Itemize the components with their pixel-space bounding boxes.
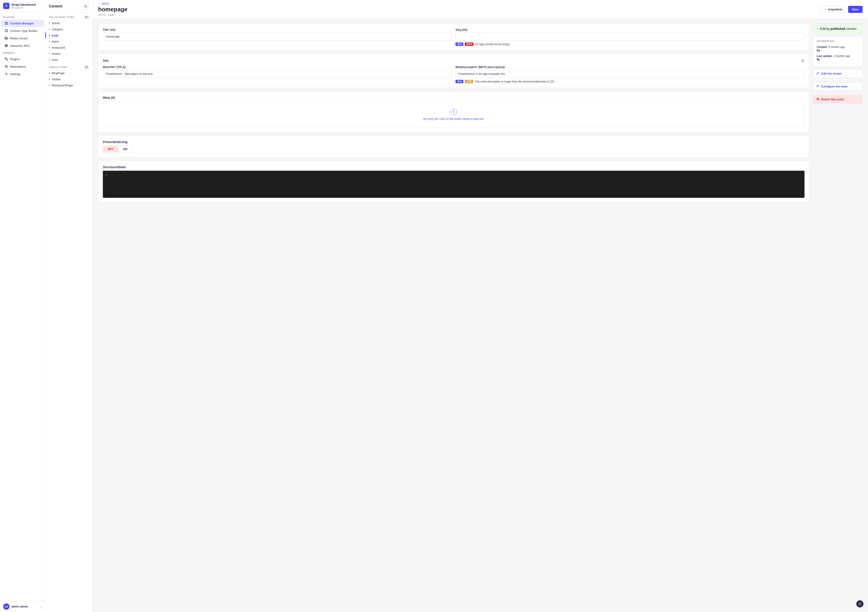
seo-badge-2: SEO	[456, 80, 463, 83]
svg-point-12	[6, 73, 7, 74]
sidebar-item-settings[interactable]: Settings	[2, 70, 43, 77]
avatar: AA	[3, 603, 9, 610]
dot-icon	[49, 41, 50, 42]
svg-rect-3	[6, 23, 8, 25]
meta-card: Meta (0) + No entry yet. Click on the bu…	[98, 91, 809, 132]
list-icon	[816, 85, 819, 88]
single-count-badge: 3	[84, 65, 89, 69]
meta-desc-warning-text: This meta description is longer than the…	[474, 80, 555, 83]
collection-count-badge: 7	[84, 15, 89, 19]
created-by-label: By	[817, 49, 820, 52]
nav-item-place[interactable]: place	[45, 39, 93, 45]
title-label: Title* (H2)	[103, 28, 452, 31]
sidebar-item-label: Content Manager	[10, 22, 34, 25]
nav-item-blogpage[interactable]: BlogPage	[45, 70, 93, 76]
dot-icon	[49, 35, 50, 36]
title-group: Title* (H2)	[103, 28, 452, 46]
status-dot-icon: ●	[817, 28, 818, 30]
low-badge: LOW	[465, 80, 473, 83]
slug-warning-row: SEO HIGH H2 tags should not be empty	[456, 42, 804, 46]
last-update-by-label: By	[817, 58, 820, 61]
puzzle-icon	[5, 29, 8, 33]
right-panel: ● Editing published version INFORMATION …	[813, 23, 863, 607]
sidebar-item-media-library[interactable]: Media Library	[2, 35, 43, 42]
nav-item-global[interactable]: Global	[45, 76, 93, 82]
dot-icon	[49, 85, 50, 86]
svg-point-13	[85, 5, 86, 7]
brand-name: Strapi Dashboard	[11, 3, 36, 6]
title-slug-card: Title* (H2) Slug (H2) SEO HIGH H2 tags s…	[98, 23, 809, 51]
dot-icon	[49, 53, 50, 54]
nav-item-restaurantpage[interactable]: RestaurantPage	[45, 82, 93, 88]
slug-label: Slug (H2)	[456, 28, 804, 31]
svg-rect-1	[6, 22, 8, 23]
delete-seo-button[interactable]: 🗑	[801, 59, 804, 62]
code-editor[interactable]: 1	[103, 171, 804, 198]
nav-item-review[interactable]: review	[45, 51, 93, 57]
meta-title-group: MetaTitle* (TITLE)	[103, 65, 452, 83]
title-input[interactable]	[103, 33, 452, 40]
collapse-sidebar-button[interactable]: ‹	[41, 604, 42, 609]
sidebar-item-content-type-builder[interactable]: Content-Type Builder	[2, 27, 43, 34]
slug-group: Slug (H2) SEO HIGH H2 tags should not be…	[456, 28, 804, 46]
empty-meta-text: No entry yet. Click on the button below …	[423, 117, 484, 121]
svg-rect-4	[5, 29, 8, 32]
single-types-label: SINGLE TYPES 3	[45, 63, 93, 70]
high-badge: HIGH	[465, 42, 474, 46]
back-link[interactable]: ← BACK	[98, 2, 127, 5]
slug-warning-text: H2 tags should not be empty	[475, 43, 510, 46]
unpublish-button[interactable]: ✓ Unpublish	[820, 6, 846, 13]
prevent-indexing-label: PreventIndexing	[103, 140, 804, 144]
layout-icon	[5, 22, 8, 25]
content-panel-title: Content	[49, 4, 62, 8]
meta-title-input[interactable]	[103, 70, 452, 77]
status-card: ● Editing published version	[813, 23, 863, 34]
toggle-on-button[interactable]: ON	[118, 146, 132, 153]
configure-view-button[interactable]: Configure the view	[813, 82, 863, 91]
nav-item-category[interactable]: category	[45, 26, 93, 33]
save-button[interactable]: Save	[848, 6, 863, 13]
shop-icon	[5, 65, 8, 68]
dot-icon	[49, 59, 50, 60]
created-row: Created 5 months ago By	[817, 45, 859, 52]
brand-text: Strapi Dashboard Workplace	[11, 3, 36, 9]
sidebar-item-label: Media Library	[10, 37, 28, 40]
delete-entry-button[interactable]: Delete this entry	[813, 95, 863, 104]
info-section-label: INFORMATION	[817, 40, 859, 42]
main-body: Title* (H2) Slug (H2) SEO HIGH H2 tags s…	[93, 19, 868, 612]
sidebar-item-plugins[interactable]: Plugins	[2, 56, 43, 63]
line-number: 1	[105, 174, 107, 177]
created-label: Created	[817, 45, 827, 49]
app-logo: S	[3, 3, 9, 9]
sidebar-item-label: Awesome SEO	[10, 44, 30, 48]
sidebar-item-content-manager[interactable]: Content Manager	[2, 20, 43, 27]
meta-desc-warning-row: SEO LOW This meta description is longer …	[456, 80, 804, 83]
gear-icon	[5, 72, 8, 76]
search-icon	[84, 5, 87, 8]
edit-icon	[816, 72, 819, 76]
sidebar-item-marketplace[interactable]: Marketplace	[2, 63, 43, 70]
content-search-button[interactable]	[82, 3, 89, 9]
svg-rect-9	[6, 59, 8, 60]
add-meta-button[interactable]: +	[451, 109, 457, 115]
help-button[interactable]: ?	[856, 600, 863, 607]
nav-item-restaurant[interactable]: restaurant	[45, 45, 93, 51]
nav-item-user[interactable]: User	[45, 57, 93, 63]
last-update-row: Last update 4 months ago By	[817, 54, 859, 61]
nav-item-article[interactable]: article	[45, 20, 93, 26]
toggle-off-button[interactable]: OFF	[103, 146, 118, 153]
meta-title-label: MetaTitle* (TITLE)	[103, 65, 452, 69]
edit-model-button[interactable]: Edit the model	[813, 70, 863, 78]
header-actions: ✓ Unpublish Save	[820, 6, 863, 13]
meta-desc-input[interactable]	[456, 70, 804, 77]
plugins-section-label: PLUGINS	[0, 14, 45, 19]
nav-item-page[interactable]: page	[45, 33, 93, 39]
seo-label: Seo	[103, 59, 109, 62]
main-area: ← BACK homepage API ID : page ✓ Unpublis…	[93, 0, 868, 612]
content-panel-header: Content	[45, 0, 93, 13]
toggle-group: OFF ON	[103, 146, 804, 153]
slug-input[interactable]	[456, 33, 804, 40]
svg-rect-0	[5, 22, 6, 23]
sidebar-item-awesome-seo[interactable]: Awesome SEO	[2, 42, 43, 49]
page-title: homepage	[98, 6, 127, 13]
